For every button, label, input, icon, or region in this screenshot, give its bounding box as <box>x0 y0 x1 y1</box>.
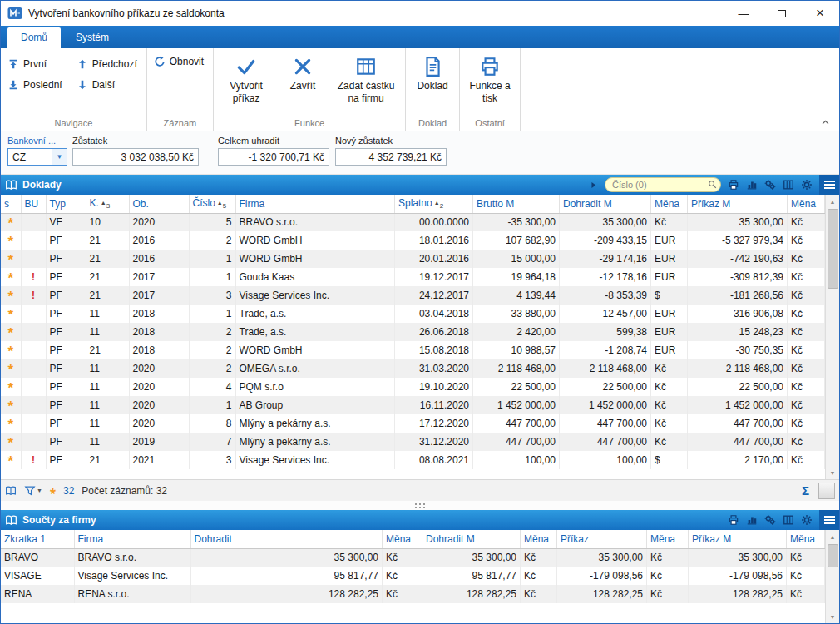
totals-row[interactable]: VISAGEVisage Services Inc.95 817,77Kč95 … <box>1 567 825 585</box>
totals-scrollbar[interactable]: ▲ ▼ <box>825 530 839 623</box>
column-header-prikaz-m[interactable]: Příkaz M <box>689 530 787 548</box>
record-flag-icon: * <box>7 289 13 305</box>
window-controls: — × <box>724 1 839 26</box>
enter-amount-button[interactable]: Zadat částku na firmu <box>329 51 403 117</box>
settings-icon[interactable] <box>801 514 813 526</box>
chart-icon[interactable] <box>746 179 758 191</box>
column-header-mena[interactable]: Měna <box>521 530 557 548</box>
doklady-row[interactable]: *PF1120202OMEGA s.r.o.31.03.20202 118 46… <box>1 359 825 378</box>
column-header-prikaz[interactable]: Příkaz <box>557 530 647 548</box>
scroll-up-icon[interactable]: ▲ <box>826 530 839 543</box>
columns-icon[interactable] <box>783 179 794 191</box>
gears-icon[interactable] <box>764 514 776 526</box>
doklady-row[interactable]: *PF2120161WORD GmbH20.01.201615 000,00-2… <box>1 250 825 268</box>
column-header-brutto-m[interactable]: Brutto M <box>473 195 560 213</box>
column-header-zkratka-1[interactable]: Zkratka 1 <box>1 530 74 548</box>
column-header-mena[interactable]: Měna <box>787 530 825 548</box>
panel-splitter[interactable] <box>1 501 839 510</box>
sort-indicator-icon: ▲5 <box>217 197 226 209</box>
doklady-row[interactable]: *PF1120181Trade, a.s.03.04.201833 880,00… <box>1 305 825 323</box>
column-header-typ[interactable]: Typ <box>46 195 86 213</box>
app-window: Vytvoření bankovního příkazu ze saldokon… <box>0 0 840 624</box>
doklady-row[interactable]: *PF2120162WORD GmbH18.01.2016107 682,90-… <box>1 231 825 250</box>
doklady-row[interactable]: *VF1020205BRAVO s.r.o.00.00.0000-35 300,… <box>1 213 825 231</box>
search-input[interactable] <box>605 177 721 192</box>
create-order-button[interactable]: Vytvořit příkaz <box>216 51 276 117</box>
columns-icon[interactable] <box>783 514 794 526</box>
totals-row[interactable]: BRAVOBRAVO s.r.o.35 300,00Kč35 300,00Kč3… <box>1 548 825 567</box>
scroll-down-icon[interactable]: ▼ <box>826 466 839 479</box>
column-header-dohradit-m[interactable]: Dohradit M <box>560 195 651 213</box>
doklady-row[interactable]: *!PF2120173Visage Services Inc.24.12.201… <box>1 286 825 305</box>
print-icon[interactable] <box>728 179 739 191</box>
column-header-dohradit[interactable]: Dohradit <box>190 530 383 548</box>
doklady-row[interactable]: *PF1120197Mlýny a pekárny a.s.31.12.2020… <box>1 433 825 451</box>
refresh-button[interactable]: Obnovit <box>150 53 210 70</box>
warning-mark-icon: ! <box>32 290 35 301</box>
enter-amount-label: Zadat částku na firmu <box>333 80 399 105</box>
menu-button[interactable] <box>819 510 839 530</box>
menu-button[interactable] <box>819 175 839 195</box>
first-record-button[interactable]: První <box>3 56 69 72</box>
doklady-scrollbar[interactable]: ▲ ▼ <box>825 195 839 479</box>
column-header-ob[interactable]: Ob. <box>129 195 189 213</box>
doklady-row[interactable]: *PF1120182Trade, a.s.26.06.20182 420,005… <box>1 323 825 341</box>
minimize-button[interactable]: — <box>724 1 763 26</box>
doklady-row[interactable]: *!PF2120171Gouda Kaas19.12.201719 964,18… <box>1 268 825 286</box>
chevron-up-icon <box>821 118 830 127</box>
column-header-k[interactable]: K.▲3 <box>86 195 129 213</box>
tab-domu[interactable]: Domů <box>7 27 61 48</box>
column-header-mena[interactable]: Měna <box>383 530 422 548</box>
collapse-ribbon-button[interactable] <box>818 117 833 128</box>
doklady-row[interactable]: *PF1120204PQM s.r.o19.10.202022 500,0022… <box>1 378 825 396</box>
column-header-firma[interactable]: Firma <box>235 195 395 213</box>
filter-button[interactable]: ▼ <box>24 485 42 497</box>
column-header-mena[interactable]: Měna <box>788 195 825 213</box>
gears-icon[interactable] <box>764 179 776 191</box>
column-header-mena[interactable]: Měna <box>651 195 688 213</box>
scroll-down-icon[interactable]: ▼ <box>826 610 839 623</box>
scrollbar-thumb[interactable] <box>828 209 838 289</box>
functions-print-button[interactable]: Funkce a tisk <box>462 51 517 117</box>
print-icon[interactable] <box>728 514 739 526</box>
maximize-button[interactable] <box>763 1 801 26</box>
grip-button[interactable] <box>818 483 835 499</box>
close-button[interactable]: × <box>801 1 839 26</box>
close-window-button[interactable]: Zavřít <box>276 51 329 117</box>
column-header-bu[interactable]: BU <box>21 195 46 213</box>
column-header-s[interactable]: s <box>1 195 21 213</box>
maximize-icon <box>778 10 786 17</box>
first-record-label: První <box>23 58 47 70</box>
record-flag-icon: * <box>7 307 13 323</box>
column-header-splatno[interactable]: Splatno▲2 <box>395 195 473 213</box>
column-header-dohradit-m[interactable]: Dohradit M <box>422 530 521 548</box>
total-to-pay-field: -1 320 700,71 Kč <box>218 148 329 166</box>
sum-button[interactable]: Σ <box>798 483 813 498</box>
column-header-firma[interactable]: Firma <box>74 530 190 548</box>
scrollbar-thumb[interactable] <box>828 544 838 567</box>
previous-record-button[interactable]: Předchozí <box>72 56 144 72</box>
chart-icon[interactable] <box>746 514 758 526</box>
totals-table: Zkratka 1FirmaDohraditMěnaDohradit MMěna… <box>1 530 825 603</box>
tab-system[interactable]: Systém <box>62 27 122 48</box>
last-record-button[interactable]: Poslední <box>3 77 69 93</box>
doklady-row[interactable]: *PF1120201AB Group16.11.20201 452 000,00… <box>1 396 825 414</box>
document-button[interactable]: Doklad <box>408 51 457 117</box>
doklady-row[interactable]: *PF1120208Mlýny a pekárny a.s.17.12.2020… <box>1 414 825 433</box>
ribbon-group-navigace: První Poslední Předchozí Další Navigace <box>1 48 147 131</box>
doklady-row[interactable]: *PF2120182WORD GmbH15.08.201810 988,57-1… <box>1 341 825 359</box>
bank-account-select[interactable]: CZ ▼ <box>7 148 67 166</box>
grid-icon <box>355 56 377 77</box>
totals-row[interactable]: RENARENA s.r.o.128 282,25Kč128 282,25Kč1… <box>1 585 825 603</box>
play-icon[interactable] <box>589 181 598 190</box>
column-header-cislo[interactable]: Číslo▲5 <box>189 195 235 213</box>
scroll-up-icon[interactable]: ▲ <box>826 195 839 208</box>
next-record-button[interactable]: Další <box>72 77 144 93</box>
column-header-mena[interactable]: Měna <box>647 530 689 548</box>
warning-mark-icon: ! <box>32 271 35 283</box>
ribbon: První Poslední Předchozí Další Navigace <box>1 48 839 131</box>
book-icon[interactable] <box>5 485 17 497</box>
settings-icon[interactable] <box>801 179 813 191</box>
column-header-prikaz-m[interactable]: Příkaz M <box>688 195 788 213</box>
doklady-row[interactable]: *!PF2120213Visage Services Inc.08.08.202… <box>1 451 825 469</box>
